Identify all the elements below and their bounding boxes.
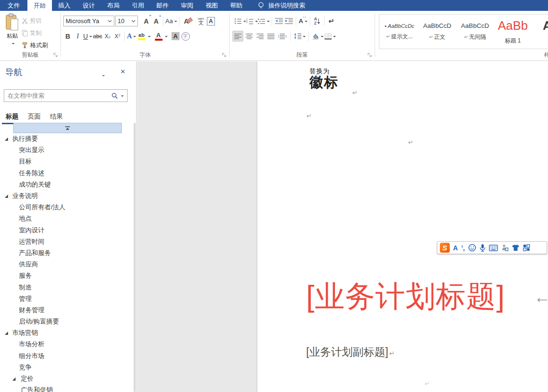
phonetic-guide-button[interactable]: wén 文 (196, 16, 206, 26)
collapse-triangle-icon[interactable] (4, 194, 9, 198)
search-icon[interactable] (111, 93, 118, 99)
underline-button[interactable]: U (83, 31, 93, 42)
copy-button[interactable]: 复制 (22, 28, 42, 38)
text-effects-button[interactable]: A (127, 31, 137, 42)
nav-tab-标题[interactable]: 标题 (1, 110, 23, 124)
nav-tree-item[interactable]: 管理 (0, 293, 133, 305)
collapse-triangle-icon[interactable] (11, 376, 16, 381)
skin-icon[interactable] (512, 244, 520, 251)
ribbon-tab-引用[interactable]: 引用 (126, 0, 150, 11)
nav-tree-item[interactable]: 广告和促销 (0, 384, 133, 392)
input-mode-icon[interactable]: A (453, 245, 458, 251)
nav-tree-item[interactable]: 财务管理 (0, 305, 133, 316)
clear-formatting-button[interactable]: A (181, 16, 191, 26)
text-highlight-button[interactable]: ab (137, 31, 146, 42)
nav-tree-item[interactable]: 地点 (0, 213, 133, 224)
font-color-button[interactable]: A (154, 31, 163, 42)
strikethrough-button[interactable]: abc (93, 31, 103, 42)
nav-tree-item[interactable]: 业务说明 (0, 190, 133, 202)
document-search-input[interactable]: 在文档中搜索 (4, 89, 128, 102)
search-options-arrow[interactable] (121, 95, 124, 98)
navigation-pane-menu-button[interactable] (101, 71, 105, 80)
nav-tree-item[interactable]: 公司所有者/法人 (0, 202, 133, 213)
align-left-button[interactable] (232, 31, 243, 42)
numbering-button[interactable]: 12 (246, 16, 258, 26)
bold-button[interactable]: B (63, 31, 73, 42)
cut-button[interactable]: 剪切 (22, 16, 42, 26)
nav-tree-item[interactable]: 启动/购置摘要 (0, 316, 133, 327)
nav-tree-item[interactable]: 供应商 (0, 259, 133, 270)
change-case-button[interactable]: Aa (165, 16, 177, 26)
nav-tree-item[interactable]: 定价 (0, 373, 133, 384)
nav-tree-item[interactable]: 突出显示 (0, 145, 133, 156)
toolbox-icon[interactable] (523, 244, 530, 251)
nav-tab-结果[interactable]: 结果 (45, 110, 68, 124)
font-name-combobox[interactable]: Microsoft Ya (63, 16, 114, 26)
voice-icon[interactable] (480, 244, 486, 252)
ribbon-tab-设计[interactable]: 设计 (77, 0, 101, 11)
ribbon-tab-帮助[interactable]: 帮助 (224, 0, 248, 11)
character-border-button[interactable]: A (206, 16, 216, 26)
nav-tree-item[interactable]: 市场营销 (0, 327, 133, 339)
ribbon-tab-开始[interactable]: 开始 (27, 0, 52, 11)
line-spacing-button[interactable] (294, 31, 306, 42)
collapse-triangle-icon[interactable] (4, 136, 9, 141)
justify-button[interactable] (266, 31, 276, 42)
nav-tree-selected-item[interactable] (13, 123, 122, 133)
nav-tree-item[interactable]: 竞争 (0, 362, 133, 373)
soft-keyboard-icon[interactable] (489, 245, 498, 251)
shrink-font-button[interactable]: A (151, 16, 161, 26)
ribbon-tab-文件[interactable]: 文件 (0, 0, 27, 11)
style-card-标题 1[interactable]: AaBb标题 1 (495, 17, 531, 46)
distribute-button[interactable] (277, 31, 288, 42)
document-page[interactable]: 替换为 徽标 ↵ ↵ ↵ ↵ [业务计划标题] ← [业务计划副标题]↵ (257, 61, 548, 392)
multilevel-list-button[interactable] (258, 16, 270, 26)
logo-placeholder[interactable]: 替换为 徽标 (309, 68, 339, 90)
ribbon-tab-邮件[interactable]: 邮件 (150, 0, 175, 11)
collapse-triangle-icon[interactable] (4, 331, 9, 335)
bullets-button[interactable] (234, 16, 246, 26)
ribbon-tab-审阅[interactable]: 审阅 (175, 0, 199, 11)
nav-tree-item[interactable]: 目标 (0, 156, 133, 167)
decrease-indent-button[interactable] (274, 16, 284, 26)
style-card-无间隔[interactable]: AaBbCcD↵无间隔 (457, 17, 493, 46)
nav-tree-item[interactable]: 室内设计 (0, 225, 133, 236)
align-right-button[interactable] (255, 31, 265, 42)
subscript-button[interactable]: X2 (103, 31, 112, 42)
sogou-logo-icon[interactable]: S (440, 243, 450, 253)
ribbon-tab-插入[interactable]: 插入 (52, 0, 77, 11)
punctuation-icon[interactable]: ’, (461, 245, 465, 251)
nav-tree-item[interactable]: 产品和服务 (0, 247, 133, 259)
show-hide-marks-button[interactable]: ↵ (326, 16, 336, 26)
style-card-标[interactable]: Aa标 (532, 17, 548, 46)
font-dialog-launcher-icon[interactable] (222, 52, 227, 58)
ime-toolbar[interactable]: S A ’, (437, 241, 547, 254)
italic-button[interactable]: I (73, 31, 83, 42)
ribbon-tab-视图[interactable]: 视图 (199, 0, 224, 11)
style-card-正文[interactable]: AaBbCcD↵正文 (419, 17, 455, 46)
nav-tree-item[interactable]: 制造 (0, 281, 133, 293)
paragraph-dialog-launcher-icon[interactable] (367, 52, 372, 58)
shading-button[interactable] (312, 31, 324, 42)
increase-indent-button[interactable] (284, 16, 294, 26)
grow-font-button[interactable]: A (141, 16, 151, 26)
style-card-提示文...[interactable]: • AaBbCcDc↵提示文... (381, 17, 418, 46)
navigation-pane-close-button[interactable]: × (120, 67, 125, 77)
business-plan-subtitle[interactable]: [业务计划副标题]↵ (306, 345, 395, 359)
business-plan-title[interactable]: [业务计划标题] (306, 276, 505, 317)
nav-tree-item[interactable]: 服务 (0, 270, 133, 281)
paste-dropdown-arrow[interactable] (12, 43, 15, 46)
handwriting-icon[interactable] (501, 244, 508, 252)
nav-tree-item[interactable]: 运营时间 (0, 236, 133, 247)
nav-tree-item[interactable]: 细分市场 (0, 350, 133, 362)
asian-layout-button[interactable]: A (298, 16, 308, 26)
borders-button[interactable] (325, 31, 336, 42)
tell-me-box[interactable]: 操作说明搜索 (258, 0, 305, 11)
nav-tree-item[interactable]: 任务陈述 (0, 168, 133, 179)
nav-tree-item[interactable]: 市场分析 (0, 339, 133, 350)
clipboard-dialog-launcher-icon[interactable] (53, 52, 58, 58)
character-shading-button[interactable]: A (171, 31, 180, 42)
ribbon-tab-布局[interactable]: 布局 (101, 0, 126, 11)
format-painter-button[interactable]: 格式刷 (22, 40, 48, 51)
font-size-combobox[interactable]: 10 (115, 16, 138, 26)
